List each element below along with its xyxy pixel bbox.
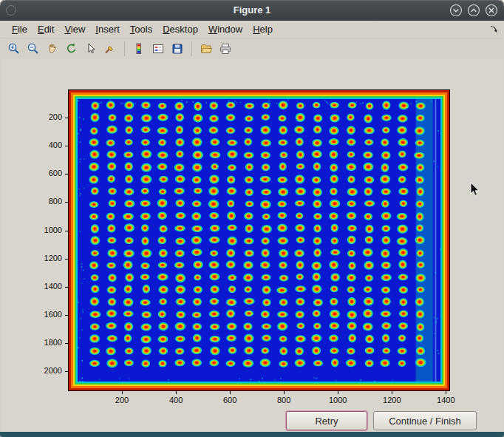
save-figure-button[interactable] (168, 40, 186, 58)
title-bar[interactable]: Figure 1 (0, 0, 504, 21)
menu-window[interactable]: Window (203, 21, 248, 37)
x-tick-label: 600 (215, 396, 245, 404)
y-tick-mark (65, 118, 68, 118)
maximize-button[interactable] (467, 4, 480, 17)
y-tick-label: 1000 (35, 226, 62, 234)
data-cursor-button[interactable] (82, 40, 100, 58)
x-tick-mark (176, 391, 177, 394)
mouse-cursor-icon (470, 182, 481, 200)
zoom-in-button[interactable] (5, 40, 23, 58)
open-file-button[interactable] (197, 40, 215, 58)
x-tick-mark (392, 391, 392, 394)
retry-button[interactable]: Retry (286, 411, 367, 430)
window-bottom-edge (0, 432, 504, 437)
menu-view[interactable]: View (59, 21, 90, 37)
heatmap-canvas[interactable] (68, 89, 450, 391)
y-tick-mark (65, 231, 68, 231)
x-tick-label: 400 (161, 396, 191, 404)
x-tick-label: 1400 (431, 396, 460, 404)
pan-hand-icon (46, 42, 59, 55)
y-tick-mark (65, 315, 68, 316)
x-tick-mark (284, 391, 285, 394)
x-tick-label: 200 (107, 396, 137, 404)
continue-finish-button[interactable]: Continue / Finish (373, 411, 477, 430)
menu-file[interactable]: File (7, 21, 33, 37)
brush-button[interactable] (101, 40, 119, 58)
menu-bar: File Edit View Insert Tools Desktop Wind… (1, 21, 503, 38)
y-tick-label: 400 (35, 140, 62, 149)
y-tick-mark (65, 202, 68, 203)
close-button[interactable] (485, 4, 498, 17)
legend-icon (151, 42, 165, 55)
y-tick-mark (65, 259, 68, 260)
zoom-in-icon (7, 42, 21, 55)
x-tick-mark (338, 391, 338, 394)
window-title: Figure 1 (0, 0, 504, 21)
axes[interactable] (68, 89, 450, 391)
y-tick-label: 1800 (35, 338, 62, 347)
printer-icon (219, 42, 232, 55)
x-tick-mark (446, 391, 446, 394)
minimize-button[interactable] (449, 4, 463, 17)
rotate-3d-icon (65, 42, 78, 55)
menu-help[interactable]: Help (248, 21, 278, 37)
menu-insert[interactable]: Insert (90, 21, 125, 37)
menu-edit[interactable]: Edit (33, 21, 59, 37)
y-tick-label: 800 (35, 197, 62, 206)
menu-overflow-icon[interactable] (488, 24, 499, 36)
y-tick-label: 2000 (35, 366, 62, 375)
y-tick-label: 1400 (35, 282, 62, 291)
y-tick-mark (65, 371, 68, 372)
insert-colorbar-button[interactable] (130, 40, 148, 58)
figure-window: Figure 1 File Edit View Insert Tools Des… (0, 0, 504, 437)
folder-open-icon (200, 42, 213, 55)
y-tick-label: 1600 (35, 310, 62, 319)
toolbar (1, 38, 503, 60)
y-tick-mark (65, 174, 68, 175)
x-tick-label: 1200 (377, 396, 406, 404)
toolbar-separator (124, 41, 125, 56)
x-tick-label: 800 (269, 396, 299, 404)
brush-icon (103, 42, 117, 55)
data-cursor-icon (84, 42, 98, 55)
zoom-out-button[interactable] (24, 40, 42, 58)
x-tick-mark (230, 391, 231, 394)
print-figure-button[interactable] (217, 40, 234, 58)
x-tick-label: 1000 (323, 396, 353, 404)
y-tick-mark (65, 343, 68, 344)
y-tick-mark (65, 146, 68, 146)
zoom-out-icon (27, 42, 40, 55)
pan-button[interactable] (44, 40, 61, 58)
menu-desktop[interactable]: Desktop (157, 21, 203, 37)
colorbar-icon (132, 42, 146, 55)
y-tick-label: 200 (35, 112, 62, 121)
menu-tools[interactable]: Tools (125, 21, 157, 37)
toolbar-separator (191, 41, 192, 56)
x-tick-mark (122, 391, 123, 394)
y-tick-label: 1200 (35, 254, 62, 262)
y-tick-mark (65, 287, 68, 288)
rotate-3d-button[interactable] (63, 40, 81, 58)
save-icon (171, 42, 184, 55)
insert-legend-button[interactable] (149, 40, 167, 58)
y-tick-label: 600 (35, 169, 62, 177)
